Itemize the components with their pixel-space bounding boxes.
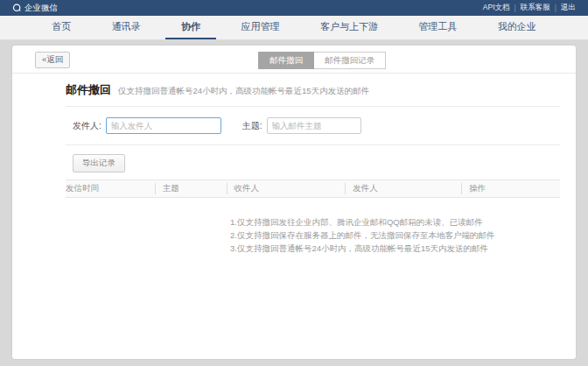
topbar-links: API文档 | 联系客服 | 退出 — [483, 3, 576, 13]
nav-tab-my-enterprise[interactable]: 我的企业 — [482, 16, 552, 39]
col-action: 操作 — [461, 183, 560, 194]
nav-tab-contacts[interactable]: 通讯录 — [96, 16, 157, 39]
brand-logo: 企业微信 — [12, 3, 58, 14]
nav-tab-home[interactable]: 首页 — [36, 16, 87, 39]
sender-label: 发件人: — [73, 120, 102, 132]
divider — [66, 144, 560, 145]
nav-tab-customers[interactable]: 客户与上下游 — [304, 16, 394, 39]
panel-header: «返回 邮件撤回 邮件撤回记录 — [12, 46, 576, 74]
separator: | — [514, 4, 516, 12]
col-sender: 发件人 — [345, 183, 461, 194]
empty-state-notes: 1.仅支持撤回发往企业内部、腾讯企业邮和QQ邮箱的未读、已读邮件 2.仅支持撤回… — [230, 215, 560, 255]
brand-name: 企业微信 — [24, 3, 58, 14]
note-line: 1.仅支持撤回发往企业内部、腾讯企业邮和QQ邮箱的未读、已读邮件 — [230, 215, 560, 229]
note-line: 3.仅支持撤回普通帐号24小时内，高级功能帐号最近15天内发送的邮件 — [230, 242, 560, 255]
tab-recall-records[interactable]: 邮件撤回记录 — [314, 52, 386, 69]
recall-tabs: 邮件撤回 邮件撤回记录 — [258, 52, 386, 69]
link-logout[interactable]: 退出 — [561, 3, 576, 13]
col-subject: 主题 — [155, 183, 227, 194]
note-line: 2.仅支持撤回保存在服务器上的邮件，无法撤回保存至本地客户端的邮件 — [230, 229, 560, 242]
separator: | — [555, 4, 556, 12]
table-header-row: 发信时间 主题 收件人 发件人 操作 — [66, 179, 560, 198]
sender-input[interactable] — [106, 117, 221, 134]
subject-input[interactable] — [267, 117, 361, 134]
title-row: 邮件撤回 仅支持撤回普通帐号24小时内，高级功能帐号最近15天内发送的邮件 — [66, 74, 560, 106]
col-send-time: 发信时间 — [66, 183, 155, 194]
page-title: 邮件撤回 — [66, 82, 111, 98]
back-button[interactable]: «返回 — [35, 52, 70, 68]
nav-tab-collaboration[interactable]: 协作 — [165, 16, 216, 39]
chat-bubble-icon — [12, 4, 22, 13]
link-api-docs[interactable]: API文档 — [483, 3, 510, 13]
top-bar: 企业微信 API文档 | 联系客服 | 退出 — [0, 0, 588, 16]
page-subtitle: 仅支持撤回普通帐号24小时内，高级功能帐号最近15天内发送的邮件 — [118, 86, 369, 97]
panel-content: 邮件撤回 仅支持撤回普通帐号24小时内，高级功能帐号最近15天内发送的邮件 发件… — [12, 74, 576, 255]
main-nav: 首页 通讯录 协作 应用管理 客户与上下游 管理工具 我的企业 — [0, 16, 588, 40]
page-background: «返回 邮件撤回 邮件撤回记录 邮件撤回 仅支持撤回普通帐号24小时内，高级功能… — [0, 40, 588, 366]
content-panel: «返回 邮件撤回 邮件撤回记录 邮件撤回 仅支持撤回普通帐号24小时内，高级功能… — [12, 46, 576, 359]
link-contact-support[interactable]: 联系客服 — [521, 3, 550, 13]
export-records-button[interactable]: 导出记录 — [73, 154, 125, 172]
nav-tab-admin-tools[interactable]: 管理工具 — [402, 16, 472, 39]
subject-label: 主题: — [242, 120, 262, 132]
tab-email-recall[interactable]: 邮件撤回 — [258, 52, 314, 69]
col-recipient: 收件人 — [227, 183, 346, 194]
search-form: 发件人: 主题: — [66, 107, 560, 144]
nav-tab-app-management[interactable]: 应用管理 — [225, 16, 295, 39]
